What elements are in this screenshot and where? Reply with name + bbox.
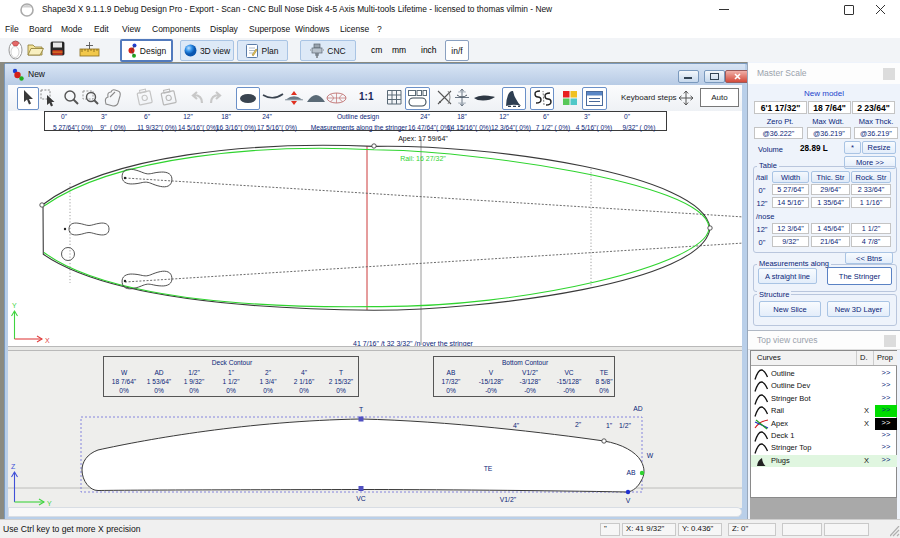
svg-text:Y: Y <box>12 302 17 309</box>
svg-text:X: X <box>45 337 50 344</box>
svg-text:V1/2": V1/2" <box>500 496 517 503</box>
svg-text:Apex: 17 59/64": Apex: 17 59/64" <box>398 135 448 143</box>
svg-text:AD: AD <box>633 405 643 412</box>
svg-text:T: T <box>359 406 363 413</box>
svg-text:1/2": 1/2" <box>619 422 631 429</box>
svg-text:1": 1" <box>606 422 613 429</box>
svg-text:TE: TE <box>484 465 493 472</box>
svg-text:2": 2" <box>575 421 582 428</box>
svg-text:Y: Y <box>47 500 52 507</box>
svg-text:V: V <box>626 497 631 504</box>
svg-text:AB: AB <box>626 469 636 476</box>
svg-text:W: W <box>647 452 654 459</box>
svg-text:4": 4" <box>513 422 520 429</box>
svg-text:VC: VC <box>356 495 366 502</box>
svg-text:Z: Z <box>11 463 16 470</box>
svg-text:Rail: 16 27/32": Rail: 16 27/32" <box>400 155 446 162</box>
